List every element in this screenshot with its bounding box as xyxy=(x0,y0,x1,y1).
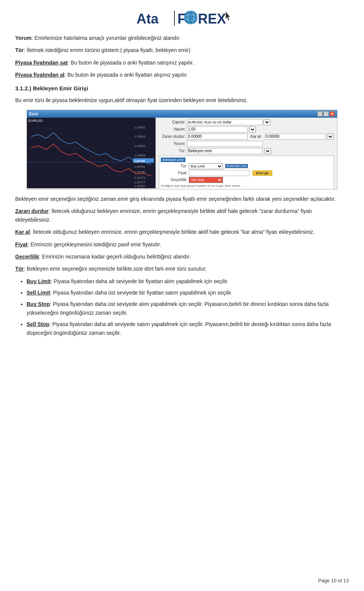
tur-bekleyen-section: Tür: Bekleyen emir seçeneğini seçmenizle… xyxy=(15,265,349,273)
emir-dialog-screenshot: Emir _ □ ✕ EURUSD xyxy=(27,110,337,189)
buy-limit-label: Buy Limit xyxy=(27,278,51,284)
svg-text:Ata: Ata xyxy=(136,11,159,27)
kar-label: Kar al: xyxy=(251,134,262,139)
gecerlilik-section: Geçerlilik: Emrinizin nezamana kadar geç… xyxy=(15,252,349,261)
list-item-buy-stop: Buy Stop: Piyasa fiyatından daha üst sev… xyxy=(27,300,349,317)
gecerlilik-text: : Emrinizin nezamana kadar geçerli olduğ… xyxy=(39,254,191,260)
piyasa-sat-paragraph: Piyasa fiyatından sat: Bu buton ile piya… xyxy=(15,58,349,67)
tur-form-label: Tür: xyxy=(159,149,185,153)
bekleyen-label: Bekleyen emir xyxy=(161,158,185,162)
fiyat-paragraph: Fiyat: Emrinizin gerçekleşmesini istediğ… xyxy=(15,240,349,249)
svg-text:1.25779: 1.25779 xyxy=(134,176,145,180)
tur-section: Tür: İletmek istediğiniz emrin türünü gö… xyxy=(15,46,349,54)
svg-text:1.25785: 1.25785 xyxy=(134,170,145,174)
capraz-label: Çapraz: xyxy=(159,120,185,124)
svg-text:1.25791: 1.25791 xyxy=(134,165,145,169)
yorum-form-input[interactable] xyxy=(187,141,263,147)
gecerlilik-paragraph: Geçerlilik: Emrinizin nezamana kadar geç… xyxy=(15,252,349,261)
dialog-title: Emir xyxy=(29,112,38,116)
svg-marker-8 xyxy=(226,11,230,20)
svg-text:1.25777: 1.25777 xyxy=(134,181,145,184)
hacim-label: Hacim: xyxy=(159,127,185,131)
emri-gir-button[interactable]: Emri gir xyxy=(253,170,272,176)
tur-paragraph: Tür: İletmek istediğiniz emrin türünü gö… xyxy=(15,46,349,54)
emir-turu-list: Buy Limit: Piyasa fiyatından daha alt se… xyxy=(27,277,349,337)
dialog-titlebar-buttons: _ □ ✕ xyxy=(317,111,335,117)
hacim-dropdown[interactable]: ▼ xyxy=(249,126,256,132)
section-312-heading: 3.1.2.) Bekleyen Emir Girişi Bu emir tür… xyxy=(15,84,349,104)
sell-limit-text: : Piyasa fiyatından daha üst seviyede bi… xyxy=(50,290,232,296)
kar-al-text: : İletecek olduğunuz bekleyen emrinize, … xyxy=(30,229,315,235)
piyasa-al-paragraph: Piyasa fiyatından al: Bu buton ile piyas… xyxy=(15,71,349,79)
tur2-row: Tür: Buy Limit Sell Limit Buy Stop Sell … xyxy=(161,163,332,169)
fiyat-input[interactable] xyxy=(189,170,249,176)
tur2-select[interactable]: Buy Limit Sell Limit Buy Stop Sell Stop xyxy=(189,163,223,169)
logo-area: Ata F REX xyxy=(15,8,349,28)
hacim-input[interactable] xyxy=(187,126,248,132)
tur-form-row: Tür: ▼ xyxy=(159,148,334,154)
hacim-row: Hacim: ▼ xyxy=(159,126,334,132)
piyasa-sat-text: : Bu buton ile piyasada o anki fiyattan … xyxy=(68,60,194,66)
svg-text:REX: REX xyxy=(198,11,226,27)
dialog-form-area: Çapraz: ▼ Hacim: ▼ Zararı durdur: Kar xyxy=(156,118,337,188)
piyasa-sat-label: Piyasa fiyatından sat xyxy=(15,60,68,66)
kar-stepper[interactable]: ↕ xyxy=(327,134,334,140)
piyasa-al-label: Piyasa fiyatından al xyxy=(15,72,64,78)
svg-text:1.25916: 1.25916 xyxy=(134,135,145,138)
tur-form-input[interactable] xyxy=(187,148,263,154)
gecerlilik-label-main: Geçerlilik xyxy=(15,254,39,260)
hint-text: Girdiğiniz açık fiyat geçerli fiyattan e… xyxy=(161,184,332,188)
zarar-kar-row: Zararı durdur: Kar al: ↕ xyxy=(159,134,334,140)
kar-al-paragraph: Kar al: İletecek olduğunuz bekleyen emri… xyxy=(15,228,349,236)
sell-stop-text: : Piyasa fiyatından daha alt seviyede sa… xyxy=(27,321,331,336)
yorum-paragraph: Yorum: Emirlerinize hatırlatma amaçlı yo… xyxy=(15,34,349,42)
dialog-minimize-btn: _ xyxy=(317,111,323,117)
fiyat-text: : Emrinizin gerçekleşmesini istediğiniz … xyxy=(28,241,161,247)
bekleyen-desc-text: Bekleyen emir seçeneğini seçtiğiniz zama… xyxy=(15,195,349,203)
piyasa-al-text: : Bu buton ile piyasada o anki fiyattan … xyxy=(64,72,188,78)
yorum-form-label: Yorum: xyxy=(159,142,185,146)
page-info: Page 10 of 13 xyxy=(318,578,349,583)
svg-text:1.25922: 1.25922 xyxy=(134,126,145,129)
svg-text:1.25904: 1.25904 xyxy=(134,154,145,157)
zarar-durdur-label: Zararı durdur xyxy=(15,208,49,214)
capraz-row: Çapraz: ▼ xyxy=(159,119,334,125)
capraz-input[interactable] xyxy=(187,119,263,125)
yorum-text: : Emirlerinize hatırlatma amaçlı yorumla… xyxy=(31,35,180,41)
fiyat-section: Fiyat: Emrinizin gerçekleşmesini istediğ… xyxy=(15,240,349,249)
gecerlilik-select[interactable]: Sell Stop xyxy=(189,177,223,183)
yorum-form-row: Yorum: xyxy=(159,141,334,147)
dialog-maximize-btn: □ xyxy=(323,111,329,117)
bekleyen-desc-section: Bekleyen emir seçeneğini seçtiğiniz zama… xyxy=(15,195,349,203)
tur2-label: Tür: xyxy=(161,164,187,168)
buy-limit-text: : Piyasa fiyatından daha alt seviyede bi… xyxy=(51,278,228,284)
fiyat-label-form: Fiyat: xyxy=(161,171,187,175)
dialog-close-btn: ✕ xyxy=(329,111,335,117)
piyasa-sat-section: Piyasa fiyatından sat: Bu buton ile piya… xyxy=(15,58,349,67)
page-footer: Page 10 of 13 xyxy=(318,578,349,583)
bekleyen-section: Bekleyen emir Tür: Buy Limit Sell Limit … xyxy=(159,156,334,189)
yorum-label: Yorum xyxy=(15,35,31,41)
gecerlilik-label-form: Geçerlilik: xyxy=(161,178,187,182)
zarar-durdur-text: : İletecek olduğunuz bekleyen emrinize, … xyxy=(15,208,312,222)
kar-al-label: Kar al xyxy=(15,229,30,235)
gecerlilik-row: Geçerlilik: Sell Stop xyxy=(161,177,332,183)
buy-stop-text: : Piyasa fiyatından daha üst seviyede al… xyxy=(27,301,329,315)
svg-text:1.25767: 1.25767 xyxy=(134,184,145,188)
capraz-dropdown[interactable]: ▼ xyxy=(264,119,270,125)
yorum-section: Yorum: Emirlerinize hatırlatma amaçlı yo… xyxy=(15,34,349,42)
tur-bekleyen-label: Tür xyxy=(15,266,24,272)
section-312-title: 3.1.2.) Bekleyen Emir Girişi xyxy=(15,84,349,93)
kar-input[interactable] xyxy=(265,134,325,140)
fiyat-row: Fiyat: Emri gir xyxy=(161,170,332,176)
svg-text:1.25798: 1.25798 xyxy=(134,159,145,163)
sell-stop-label: Sell Stop xyxy=(27,321,49,327)
tur-dropdown[interactable]: ▼ xyxy=(264,148,271,154)
chart-area: EURUSD xyxy=(27,118,156,188)
list-item-buy-limit: Buy Limit: Piyasa fiyatından daha alt se… xyxy=(27,277,349,285)
list-item-sell-limit: Sell Limit: Piyasa fiyatından daha üst s… xyxy=(27,288,349,297)
zarar-durdur-section: Zararı durdur: İletecek olduğunuz bekley… xyxy=(15,207,349,224)
zarar-input[interactable] xyxy=(187,134,248,140)
fiyat-label-main: Fiyat xyxy=(15,241,28,247)
section-312-text: Bu emir türü ile piyasa beklentinize uyg… xyxy=(15,96,349,104)
